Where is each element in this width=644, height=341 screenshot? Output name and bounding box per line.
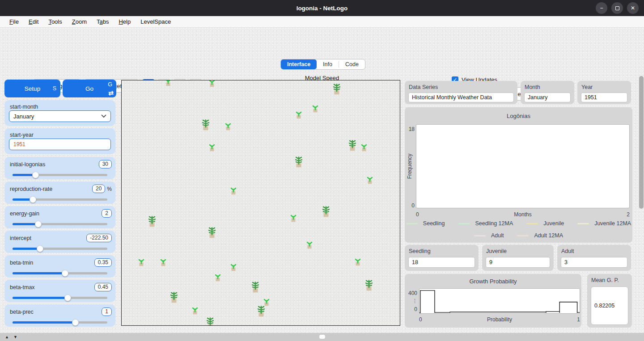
slider-header: beta-tmax0.45 — [10, 283, 112, 291]
monitor-value: January — [528, 94, 547, 101]
setup-button[interactable]: Setup S — [4, 80, 60, 97]
start-year-label: start-year — [10, 132, 34, 138]
slider-thumb[interactable] — [35, 221, 42, 227]
plant-seedling — [138, 258, 145, 266]
tab-info[interactable]: Info — [317, 59, 339, 69]
scroll-up-icon[interactable]: ▲ — [5, 335, 9, 339]
slider-header: reproduction-rate20% — [10, 185, 112, 193]
plant-seedling — [208, 80, 216, 87]
menu-item-help[interactable]: Help — [114, 18, 136, 25]
slider-track[interactable] — [13, 321, 107, 324]
go-shortcut-key: G — [108, 81, 112, 88]
slider-label: energy-gain — [10, 210, 39, 217]
menu-item-tabs[interactable]: Tabs — [92, 18, 114, 25]
legend-swatch — [474, 235, 486, 236]
slider-value-box[interactable]: -222.50 — [86, 234, 112, 242]
slider-track[interactable] — [13, 297, 107, 299]
start-month-select[interactable]: January — [9, 110, 111, 122]
plant-seedling — [159, 258, 167, 266]
scroll-down-icon[interactable]: ▼ — [13, 335, 17, 339]
slider-value-wrap: 2 — [102, 209, 112, 218]
monitor-juvenile: Juvenile9 — [482, 245, 554, 271]
slider-thumb[interactable] — [62, 270, 68, 277]
plant-seedling — [208, 143, 216, 151]
start-month-chooser: start-month January — [4, 100, 115, 126]
forever-repeat-icon: ⇄ — [108, 89, 114, 97]
y-axis-title: Frequency — [407, 131, 413, 202]
menu-item-file[interactable]: File — [4, 18, 24, 25]
legend-item-adult: Adult — [474, 232, 504, 239]
plant-seedling — [230, 187, 237, 195]
maximize-button[interactable] — [611, 2, 623, 14]
go-button[interactable]: Go G ⇄ — [63, 80, 116, 97]
monitor-value: 1951 — [585, 94, 597, 101]
slider-track[interactable] — [13, 198, 107, 201]
monitor-year: Year1951 — [577, 81, 631, 104]
start-year-input-widget: start-year 1951 — [4, 128, 115, 154]
plot-area — [416, 124, 630, 208]
slider-fill — [13, 272, 65, 274]
slider-value-box[interactable]: 1 — [102, 307, 112, 316]
slider-thumb[interactable] — [72, 319, 79, 326]
slider-value-box[interactable]: 30 — [99, 160, 112, 168]
slider-thumb[interactable] — [37, 245, 43, 252]
monitor-value-box: Historical Monthly Weather Data — [408, 93, 514, 102]
plot-title: Logônias — [405, 113, 632, 119]
slider-initial-logonias: initial-logonias30 — [4, 157, 115, 179]
monitor-month: MonthJanuary — [521, 81, 574, 104]
legend-label: Juvenile 12MA — [594, 220, 631, 227]
plant-seedling — [191, 307, 199, 315]
monitor-value: 0.82205 — [594, 303, 614, 309]
slider-track[interactable] — [13, 272, 107, 274]
slider-thumb[interactable] — [30, 196, 36, 203]
legend-label: Juvenile — [543, 220, 564, 227]
monitor-value: 18 — [412, 259, 418, 265]
slider-track[interactable] — [13, 174, 107, 176]
slider-fill — [13, 321, 75, 324]
legend-label: Seedling — [423, 220, 445, 227]
menu-item-levelspace[interactable]: LevelSpace — [136, 18, 176, 25]
slider-track[interactable] — [13, 248, 107, 250]
world-view[interactable] — [121, 80, 400, 326]
slider-value-box[interactable]: 0.35 — [94, 258, 112, 267]
plant-seedling — [289, 214, 297, 222]
plant-adult — [321, 205, 331, 217]
slider-thumb[interactable] — [32, 172, 39, 178]
legend-swatch — [406, 223, 418, 224]
slider-track[interactable] — [13, 223, 107, 225]
plant-adult — [205, 316, 216, 326]
slider-fill — [13, 223, 38, 225]
vertical-scrollbar-thumb[interactable] — [639, 76, 644, 209]
slider-header: beta-tmin0.35 — [10, 258, 112, 267]
start-month-value: January — [13, 113, 34, 120]
plant-seedling — [311, 104, 319, 112]
slider-label: beta-tmax — [10, 284, 35, 290]
tab-interface[interactable]: Interface — [281, 59, 317, 69]
y-max-label: 400 — [406, 290, 417, 296]
slider-value-wrap: 1 — [102, 307, 112, 316]
histogram — [419, 289, 580, 313]
plant-seedling — [366, 176, 374, 184]
menu-item-tools[interactable]: Tools — [43, 18, 67, 25]
tab-code[interactable]: Code — [339, 59, 365, 69]
horizontal-scrollbar-thumb[interactable] — [319, 335, 325, 339]
menu-item-edit[interactable]: Edit — [24, 18, 43, 25]
slider-label: initial-logonias — [10, 161, 45, 168]
minimize-button[interactable]: − — [596, 2, 607, 14]
legend-swatch — [517, 235, 529, 236]
slider-intercept: intercept-222.50 — [4, 231, 115, 253]
legend-label: Adult — [491, 232, 504, 239]
start-year-input[interactable]: 1951 — [9, 139, 111, 150]
slider-value-box[interactable]: 20 — [92, 185, 105, 193]
x-max-label: 1 — [577, 316, 580, 323]
menu-item-zoom[interactable]: Zoom — [67, 18, 92, 25]
close-button[interactable]: ✕ — [627, 2, 639, 14]
slider-thumb[interactable] — [64, 295, 71, 301]
slider-value-box[interactable]: 2 — [102, 209, 112, 218]
close-icon: ✕ — [631, 3, 635, 13]
legend-item-seedling-12ma: Seedling 12MA — [458, 220, 513, 227]
plot-legend-row-2: AdultAdult 12MA — [405, 232, 632, 239]
y-min-label: 0 — [406, 306, 417, 312]
slider-value-box[interactable]: 0.45 — [94, 283, 112, 291]
monitor-label: Data Series — [409, 84, 438, 90]
